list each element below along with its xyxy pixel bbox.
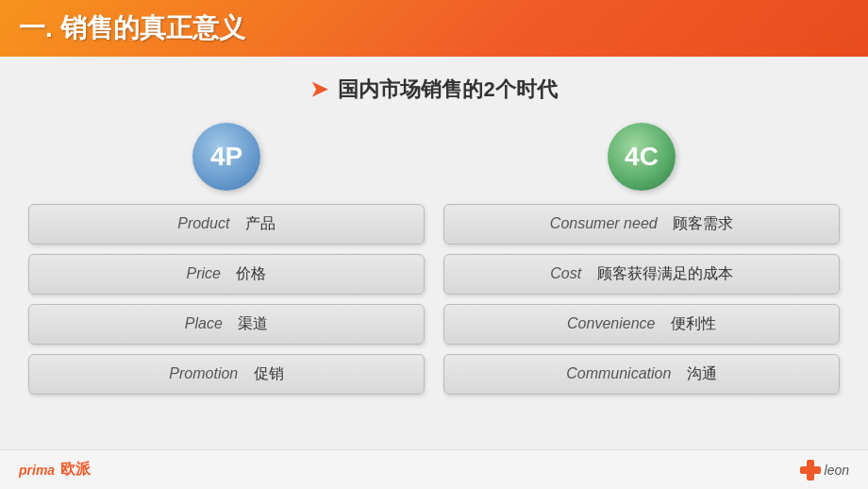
footer-logo-left: prima 欧派: [19, 460, 91, 480]
footer-logo-right: leon: [800, 460, 849, 481]
item-en: Convenience: [567, 315, 655, 331]
oumai-brand-text: 欧派: [60, 460, 91, 480]
main-content: 国内市场销售的2个时代 4P Product 产品 Price 价格 Place…: [0, 57, 868, 489]
list-item: Convenience 便利性: [443, 304, 840, 345]
item-zh: 顾客获得满足的成本: [597, 265, 733, 281]
prima-brand-text: prima: [19, 463, 55, 478]
columns-wrapper: 4P Product 产品 Price 价格 Place 渠道 Promotio…: [28, 123, 840, 395]
page-title: 一. 销售的真正意义: [19, 10, 245, 46]
item-zh: 产品: [245, 215, 275, 231]
footer: prima 欧派 leon: [0, 449, 868, 489]
header-bar: 一. 销售的真正意义: [0, 0, 868, 57]
item-en: Consumer need: [550, 215, 658, 231]
right-column: 4C Consumer need 顾客需求 Cost 顾客获得满足的成本 Con…: [443, 123, 840, 395]
item-en: Price: [187, 265, 221, 281]
right-items-list: Consumer need 顾客需求 Cost 顾客获得满足的成本 Conven…: [443, 204, 840, 395]
list-item: Cost 顾客获得满足的成本: [443, 254, 840, 295]
list-item: Consumer need 顾客需求: [443, 204, 840, 244]
item-zh: 促销: [254, 365, 284, 381]
list-item: Communication 沟通: [443, 354, 840, 395]
left-column: 4P Product 产品 Price 价格 Place 渠道 Promotio…: [28, 123, 425, 395]
item-en: Promotion: [169, 365, 238, 381]
item-en: Place: [185, 315, 223, 331]
item-zh: 价格: [236, 265, 266, 281]
leon-cross-icon: [800, 460, 821, 481]
item-zh: 顾客需求: [673, 215, 733, 231]
leon-brand-text: leon: [825, 463, 849, 478]
left-items-list: Product 产品 Price 价格 Place 渠道 Promotion 促…: [28, 204, 425, 395]
item-en: Communication: [566, 365, 671, 381]
item-zh: 渠道: [238, 315, 268, 331]
item-en: Product: [177, 215, 229, 231]
item-en: Cost: [550, 265, 581, 281]
item-zh: 沟通: [687, 365, 717, 381]
list-item: Price 价格: [28, 254, 425, 295]
list-item: Product 产品: [28, 204, 425, 244]
subtitle-text: 国内市场销售的2个时代: [338, 77, 557, 101]
badge-4p: 4P: [192, 123, 260, 191]
subtitle: 国内市场销售的2个时代: [28, 76, 840, 104]
item-zh: 便利性: [671, 315, 716, 331]
list-item: Promotion 促销: [28, 354, 425, 395]
badge-4c: 4C: [608, 123, 676, 191]
list-item: Place 渠道: [28, 304, 425, 345]
